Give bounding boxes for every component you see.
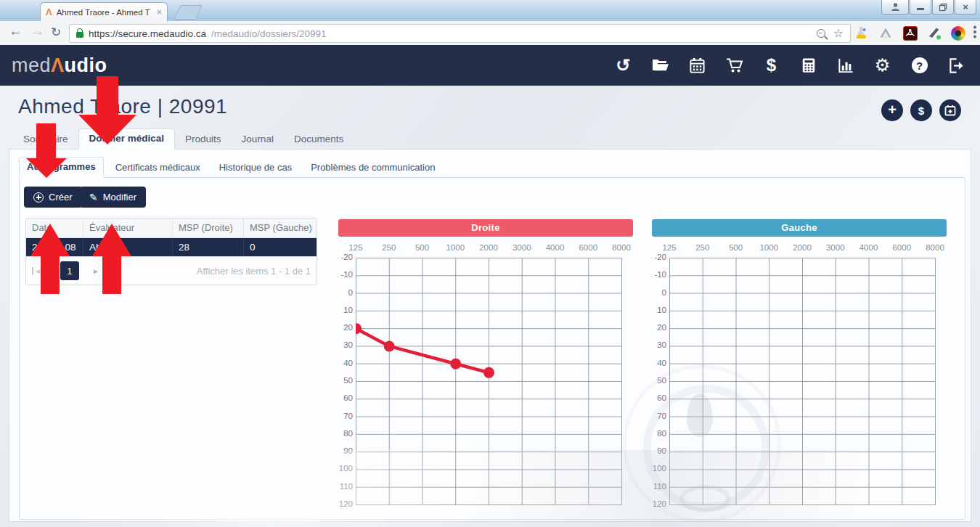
column-header-evaluateur[interactable]: Évaluateur <box>83 218 173 237</box>
acrobat-extension-icon[interactable] <box>903 26 918 41</box>
column-header-msp-droite[interactable]: MSP (Droite) <box>173 218 244 237</box>
history-icon[interactable] <box>614 57 632 75</box>
column-header-msp-gauche[interactable]: MSP (Gauche) <box>244 218 317 237</box>
subtab-certificats-medicaux[interactable]: Certificats médicaux <box>108 158 208 178</box>
db-tick-label: -20 <box>652 253 666 261</box>
db-tick-label: 120 <box>652 499 666 508</box>
tab-produits[interactable]: Produits <box>175 130 232 150</box>
audiogram-plot-droite: 125250500100020003000400060008000-20-100… <box>338 237 633 510</box>
back-icon[interactable] <box>9 23 23 39</box>
column-header-date[interactable]: Date <box>26 218 83 237</box>
subtab-audiogrammes[interactable]: Audiogrammes <box>19 157 104 178</box>
cell-msp-gauche: 0 <box>244 238 317 256</box>
db-tick-label: 40 <box>338 359 353 367</box>
db-tick-label: 100 <box>652 464 666 473</box>
table-row-selected[interactable]: 20-08 Ah 28 0 <box>26 238 317 256</box>
lab-flask-extension-icon[interactable] <box>854 26 868 41</box>
db-tick-label: 70 <box>652 412 666 420</box>
address-bar[interactable]: https://secure.medaudio.ca /medaudio/dos… <box>69 24 851 43</box>
db-tick-label: 20 <box>338 323 353 332</box>
restore-button[interactable] <box>932 0 954 15</box>
frequency-tick-label: 2000 <box>786 243 818 252</box>
next-page-icon[interactable] <box>92 267 99 275</box>
forward-icon[interactable] <box>30 23 44 39</box>
logout-icon[interactable] <box>947 57 965 75</box>
minimize-button[interactable] <box>910 0 931 15</box>
browser-tab-title: Ahmed Traore - Ahmed T <box>57 8 152 17</box>
open-folder-icon[interactable] <box>651 57 669 75</box>
new-tab-button[interactable] <box>174 5 203 20</box>
statistics-icon[interactable] <box>836 57 854 75</box>
billing-icon[interactable] <box>762 57 780 75</box>
tab-journal[interactable]: Journal <box>232 130 284 150</box>
dollar-icon <box>918 105 924 117</box>
browser-menu-icon[interactable] <box>973 30 976 33</box>
logo-caret-icon: Λ <box>51 54 65 76</box>
audiogram-chart-droite: Droite 125250500100020003000400060008000… <box>338 219 633 510</box>
zoom-out-icon[interactable] <box>817 29 825 38</box>
drive-extension-icon[interactable] <box>878 26 893 41</box>
frequency-tick-label: 125 <box>340 243 372 252</box>
app-navbar: medΛudio <box>0 45 980 86</box>
browser-window: Ahmed Traore - Ahmed T https://secure.me… <box>0 0 980 527</box>
create-button-label: Créer <box>49 192 73 203</box>
close-icon <box>963 1 968 12</box>
browser-tab[interactable]: Ahmed Traore - Ahmed T <box>40 2 168 21</box>
db-tick-label: 110 <box>652 482 666 491</box>
page-number-button[interactable]: 1 <box>60 261 79 280</box>
db-tick-label: 80 <box>338 429 353 438</box>
create-button[interactable]: Créer <box>24 187 82 208</box>
subtab-problemes-communication[interactable]: Problèmes de communication <box>303 158 442 178</box>
first-page-icon[interactable] <box>32 267 41 275</box>
frequency-tick-label: 8000 <box>605 243 637 252</box>
db-tick-label: 70 <box>338 412 353 420</box>
audiogram-chart-gauche: Gauche 125250500100020003000400060008000… <box>652 219 947 510</box>
frequency-tick-label: 8000 <box>919 243 951 252</box>
frequency-tick-label: 4000 <box>853 243 885 252</box>
db-tick-label: 10 <box>338 306 353 314</box>
db-tick-label: 40 <box>652 359 666 367</box>
frequency-tick-label: 3000 <box>506 243 538 252</box>
quick-add-button[interactable] <box>881 99 903 121</box>
pen-extension-icon[interactable] <box>928 26 942 41</box>
settings-icon[interactable] <box>873 57 891 75</box>
cell-date: 20-08 <box>26 238 83 256</box>
modify-button[interactable]: Modifier <box>80 187 146 208</box>
tab-sommaire[interactable]: Sommaire <box>13 130 78 150</box>
quick-appointment-button[interactable] <box>939 99 961 121</box>
secure-lock-icon[interactable] <box>76 32 83 38</box>
minimize-icon <box>917 8 924 10</box>
db-tick-label: 30 <box>338 340 353 349</box>
edit-pencil-icon <box>89 192 98 203</box>
reload-icon[interactable] <box>51 25 61 40</box>
page-title: Ahmed Traore | 20991 <box>18 95 227 118</box>
cart-icon[interactable] <box>725 57 743 75</box>
help-icon[interactable] <box>912 57 928 73</box>
cell-msp-droite: 28 <box>173 238 244 256</box>
plus-icon <box>888 102 897 118</box>
frequency-tick-label: 4000 <box>539 243 571 252</box>
navbar-icons <box>614 57 965 75</box>
bookmark-star-icon[interactable] <box>833 28 844 39</box>
frequency-tick-label: 125 <box>653 243 685 252</box>
threshold-point <box>450 359 461 369</box>
frequency-tick-label: 250 <box>687 243 719 252</box>
audiogram-table: Date Évaluateur MSP (Droite) MSP (Gauche… <box>25 218 317 285</box>
tab-dossier-medical[interactable]: Dossier médical <box>78 128 176 150</box>
calculator-icon[interactable] <box>799 57 817 75</box>
db-tick-label: -10 <box>652 270 666 279</box>
calendar-icon[interactable] <box>688 57 706 75</box>
modify-button-label: Modifier <box>103 192 136 203</box>
profile-button[interactable] <box>881 0 909 15</box>
db-tick-label: 10 <box>652 306 666 314</box>
lens-extension-icon[interactable] <box>951 26 965 41</box>
db-tick-label: 0 <box>338 288 353 297</box>
quick-billing-button[interactable] <box>910 99 932 121</box>
medaudio-logo[interactable]: medΛudio <box>12 54 107 77</box>
tab-documents[interactable]: Documents <box>284 130 354 150</box>
frequency-tick-label: 250 <box>373 243 405 252</box>
cell-evaluateur: Ah <box>83 238 173 256</box>
subtab-historique-de-cas[interactable]: Historique de cas <box>212 158 299 178</box>
close-button[interactable] <box>955 0 976 15</box>
tab-close-icon[interactable] <box>156 7 162 17</box>
